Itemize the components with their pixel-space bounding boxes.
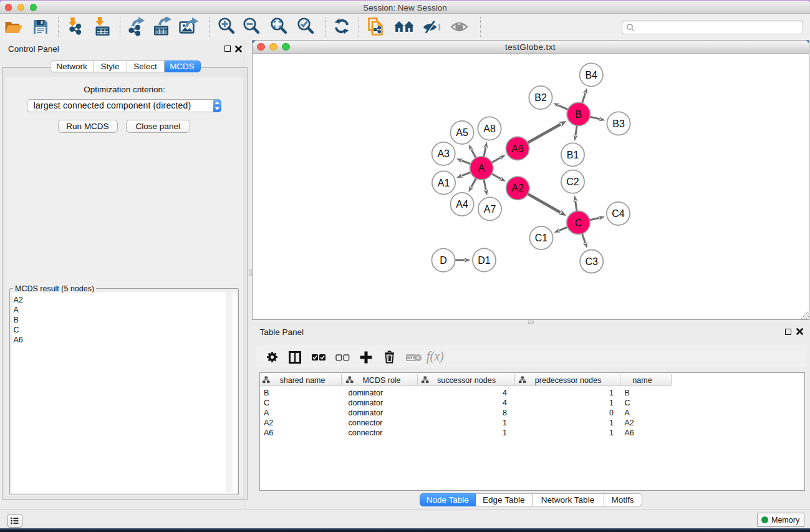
svg-text:A8: A8: [483, 123, 496, 133]
svg-text:C1: C1: [534, 233, 547, 243]
svg-text:D1: D1: [478, 254, 491, 265]
svg-text:C2: C2: [566, 176, 579, 186]
svg-text:B4: B4: [585, 69, 597, 80]
svg-text:A4: A4: [456, 199, 468, 210]
svg-text:A3: A3: [437, 148, 450, 159]
svg-text:B3: B3: [612, 118, 625, 128]
svg-text:B: B: [575, 109, 582, 119]
svg-text:A: A: [478, 163, 485, 173]
svg-text:D: D: [440, 254, 447, 265]
svg-text:C4: C4: [612, 208, 625, 219]
svg-text:A5: A5: [456, 127, 468, 138]
svg-text:B1: B1: [566, 149, 579, 160]
svg-text:C: C: [574, 217, 582, 228]
svg-text:C3: C3: [585, 256, 598, 266]
svg-text:A6: A6: [511, 143, 524, 153]
svg-text:B2: B2: [534, 92, 547, 103]
svg-text:A2: A2: [511, 183, 524, 193]
svg-text:A1: A1: [437, 177, 450, 188]
svg-text:A7: A7: [483, 203, 496, 214]
